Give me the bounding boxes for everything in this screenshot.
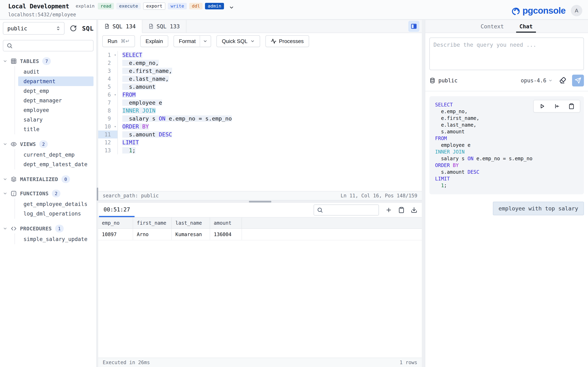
sql-toolbar: Run ⌘↵ Explain Format Quick SQL Processe… <box>98 33 422 49</box>
format-button[interactable]: Format <box>173 35 211 47</box>
tree-item-simple_salary_update[interactable]: simple_salary_update <box>18 234 94 244</box>
permission-badge-explain: explain <box>75 3 95 9</box>
permission-badge-admin: admin <box>205 3 224 9</box>
clear-chat-icon[interactable] <box>559 77 567 84</box>
editor-line-8[interactable]: 8INNER JOIN <box>98 107 422 115</box>
quick-sql-button[interactable]: Quick SQL <box>216 35 260 47</box>
editor-line-1[interactable]: 1▾SELECT <box>98 51 422 59</box>
tree-item-log_dml_operations[interactable]: log_dml_operations <box>18 209 94 218</box>
editor-line-9[interactable]: 9 salary s ON e.emp_no = s.emp_no <box>98 115 422 123</box>
tree-item-audit[interactable]: audit <box>18 67 94 76</box>
copy-results-icon[interactable] <box>398 207 405 213</box>
tree-section-header-tables[interactable]: TABLES7 <box>3 57 94 66</box>
tab-context[interactable]: Context <box>479 20 505 33</box>
fold-marker-icon[interactable]: ▾ <box>114 91 116 99</box>
explain-button[interactable]: Explain <box>140 35 168 47</box>
assistant-sql-line-3: e.first_name, <box>435 115 578 122</box>
section-count-badge: 2 <box>52 190 61 197</box>
tree-section-tables: TABLES7auditdepartmentdept_empdept_manag… <box>3 57 94 134</box>
tree-item-get_employee_details[interactable]: get_employee_details <box>18 199 94 209</box>
gutter-line-10[interactable]: 10▾ <box>98 123 118 131</box>
sql-mode-label[interactable]: SQL <box>82 25 94 32</box>
column-header-first_name[interactable]: first_name <box>133 217 172 228</box>
editor-panel: SQL 134SQL 133 Run ⌘↵ Explain Format Qui… <box>98 20 422 367</box>
fn-icon: f <box>11 191 17 197</box>
tree-item-employee[interactable]: employee <box>18 105 94 115</box>
editor-line-12[interactable]: 12LIMIT <box>98 138 422 146</box>
insert-to-editor-icon[interactable] <box>554 103 560 109</box>
editor-line-11[interactable]: 11 s.amount DESC <box>98 131 422 138</box>
gutter-line-1[interactable]: 1▾ <box>98 51 118 59</box>
send-button[interactable] <box>572 75 584 86</box>
cell-last_name: Kumaresan <box>172 229 210 240</box>
editor-line-5[interactable]: 5 s.amount <box>98 83 422 91</box>
cursor-position-status: Ln 11, Col 16, Pos 148/159 <box>341 193 417 199</box>
editor-line-6[interactable]: 6▾FROM <box>98 91 422 99</box>
tree-item-salary[interactable]: salary <box>18 115 94 124</box>
tree-item-dept_manager[interactable]: dept_manager <box>18 96 94 105</box>
add-result-tab-icon[interactable] <box>385 207 392 213</box>
run-button[interactable]: Run ⌘↵ <box>102 35 135 47</box>
download-results-icon[interactable] <box>411 207 417 213</box>
gutter-line-7[interactable]: 7 <box>98 99 118 107</box>
processes-button[interactable]: Processes <box>265 35 309 47</box>
format-dropdown-chevron-icon[interactable] <box>203 39 208 43</box>
tree-item-title[interactable]: title <box>18 124 94 134</box>
tree-section-header-views[interactable]: VIEWS2 <box>3 140 94 149</box>
results-resize-handle[interactable] <box>98 200 422 203</box>
sql-editor[interactable]: 1▾SELECT2 e.emp_no,3 e.first_name,4 e.la… <box>98 49 422 191</box>
gutter-line-13[interactable]: 13 <box>98 146 118 154</box>
section-count-badge: 0 <box>61 175 70 183</box>
chat-schema-chip[interactable]: public <box>429 77 458 83</box>
gutter-line-4[interactable]: 4 <box>98 75 118 83</box>
tree-item-department[interactable]: department <box>18 76 94 86</box>
connection-menu-chevron-icon[interactable] <box>229 2 234 10</box>
fold-marker-icon[interactable]: ▾ <box>114 51 116 59</box>
tree-item-dept_emp_latest_date[interactable]: dept_emp_latest_date <box>18 159 94 169</box>
column-header-last_name[interactable]: last_name <box>172 217 210 228</box>
gutter-line-11[interactable]: 11 <box>98 131 118 138</box>
schema-select[interactable]: public <box>3 22 65 35</box>
tree-section-header-functions[interactable]: fFUNCTIONS2 <box>3 189 94 198</box>
gutter-line-9[interactable]: 9 <box>98 115 118 123</box>
copy-sql-icon[interactable] <box>568 103 575 109</box>
tree-item-current_dept_emp[interactable]: current_dept_emp <box>18 150 94 159</box>
tree-item-dept_emp[interactable]: dept_emp <box>18 86 94 96</box>
refresh-icon[interactable] <box>70 25 77 32</box>
splitter-thumb[interactable] <box>97 188 98 201</box>
run-suggested-sql-icon[interactable] <box>539 103 545 109</box>
toggle-side-panel-button[interactable] <box>408 21 419 32</box>
fold-marker-icon[interactable]: ▾ <box>114 123 116 131</box>
gutter-line-6[interactable]: 6▾ <box>98 91 118 99</box>
permission-badge-read: read <box>98 3 114 9</box>
sidebar-splitter[interactable] <box>97 20 98 367</box>
editor-line-4[interactable]: 4 e.last_name, <box>98 75 422 83</box>
avatar[interactable]: A <box>571 5 582 16</box>
search-icon <box>317 207 323 213</box>
result-tab-timer[interactable]: 00:51:27 <box>99 203 135 217</box>
quick-sql-chevron-icon <box>250 39 255 43</box>
column-header-emp_no[interactable]: emp_no <box>98 217 133 228</box>
gutter-line-12[interactable]: 12 <box>98 138 118 146</box>
sidebar-search-input[interactable] <box>3 40 94 51</box>
column-header-amount[interactable]: amount <box>210 217 242 228</box>
tree-section-header-materialized[interactable]: MATERIALIZED0 <box>3 175 94 184</box>
editor-line-7[interactable]: 7 employee e <box>98 99 422 107</box>
gutter-line-5[interactable]: 5 <box>98 83 118 91</box>
tab-chat[interactable]: Chat <box>518 20 534 33</box>
tree-section-header-procedures[interactable]: PROCEDURES1 <box>3 224 94 233</box>
gutter-line-2[interactable]: 2 <box>98 59 118 67</box>
gutter-line-8[interactable]: 8 <box>98 107 118 115</box>
assistant-sql-code: SELECT e.emp_no, e.first_name, e.last_na… <box>435 101 578 189</box>
editor-line-10[interactable]: 10▾ORDER BY <box>98 123 422 131</box>
gutter-line-3[interactable]: 3 <box>98 67 118 75</box>
results-search-input[interactable] <box>314 205 379 216</box>
editor-tab-sql-133[interactable]: SQL 133 <box>142 20 186 33</box>
editor-line-2[interactable]: 2 e.emp_no, <box>98 59 422 67</box>
user-chat-message: employee with top salary <box>493 202 584 215</box>
editor-line-13[interactable]: 13 1; <box>98 146 422 154</box>
editor-line-3[interactable]: 3 e.first_name, <box>98 67 422 75</box>
chat-prompt-input[interactable] <box>429 38 584 70</box>
editor-tab-sql-134[interactable]: SQL 134 <box>98 20 142 33</box>
model-select[interactable]: opus-4.6 <box>521 77 553 83</box>
